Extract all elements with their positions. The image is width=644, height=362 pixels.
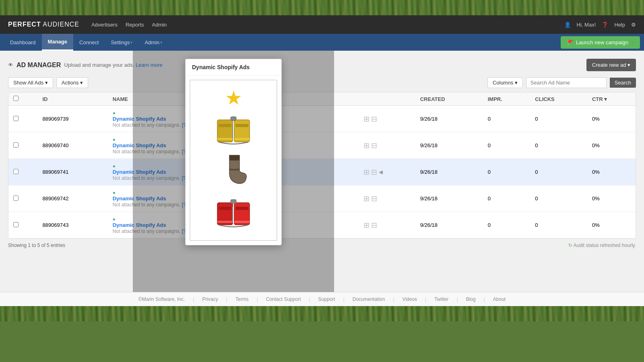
row-created-4: 9/26/18 <box>415 212 483 239</box>
th-clicks: CLICKS <box>530 93 587 106</box>
row-ctr-1: 0% <box>587 132 636 159</box>
preview-icon2-3: ⊟ <box>371 194 377 203</box>
popup-star-item: ★ <box>194 88 272 108</box>
search-input[interactable] <box>526 77 607 88</box>
footer-contact-support[interactable]: Contact Support <box>266 296 301 302</box>
row-preview-cell-1: ⊞ ⊟ <box>359 132 415 159</box>
showing-entries: Showing 1 to 5 of 5 entries <box>8 243 65 248</box>
row-id-4: 889069743 <box>37 212 107 239</box>
preview-icon-4: ⊞ <box>363 221 369 230</box>
row-preview-cell-4: ⊞ ⊟ <box>359 212 415 239</box>
footer-privacy[interactable]: Privacy <box>202 296 218 302</box>
row-checkbox-cell <box>8 212 37 239</box>
row-id-0: 889069739 <box>37 106 107 132</box>
nav-advertisers[interactable]: Advertisers <box>91 22 118 28</box>
row-impr-2: 0 <box>483 159 530 185</box>
user-greeting[interactable]: Hi, Max! <box>577 22 596 28</box>
row-status-icon: ● <box>113 137 116 142</box>
footer-support[interactable]: Support <box>318 296 335 302</box>
nav-admin[interactable]: Admin <box>152 22 167 28</box>
expand-arrow[interactable]: ◀ <box>379 169 383 175</box>
popup-yellow-bag-item <box>194 112 272 149</box>
svg-rect-13 <box>231 200 236 204</box>
row-checkbox-cell <box>8 159 37 185</box>
row-checkbox-2[interactable] <box>13 169 19 174</box>
search-button[interactable]: Search <box>610 78 636 88</box>
toolbar-left: Show All Ads ▾ Actions ▾ <box>8 77 88 88</box>
footer-terms[interactable]: Terms <box>235 296 249 302</box>
svg-rect-5 <box>231 117 236 121</box>
page-footer: ©Marin Software, Inc. | Privacy | Terms … <box>0 292 644 306</box>
row-created-1: 9/26/18 <box>415 132 483 159</box>
subnav-admin[interactable]: Admin ▾ <box>138 34 168 51</box>
row-status-icon: ● <box>113 190 116 195</box>
subnav-settings[interactable]: Settings ▾ <box>105 34 138 51</box>
row-preview-area-4: ⊞ ⊟ <box>363 221 411 230</box>
svg-rect-3 <box>235 124 248 127</box>
th-ctr: CTR ▾ <box>587 93 636 106</box>
row-checkbox-0[interactable] <box>13 116 19 121</box>
star-icon: ★ <box>225 87 242 109</box>
svg-rect-7 <box>234 138 250 140</box>
help-icon: ❓ <box>602 22 608 28</box>
preview-icon-1: ⊞ <box>363 141 369 150</box>
row-ctr-3: 0% <box>587 185 636 212</box>
refresh-icon: ↻ <box>568 243 572 248</box>
logo-bold: PERFECT <box>8 21 41 28</box>
top-nav: PERFECT AUDIENCE Advertisers Reports Adm… <box>0 15 644 34</box>
row-checkbox-1[interactable] <box>13 142 19 148</box>
logo-light: AUDIENCE <box>41 21 79 28</box>
yellow-bag-svg <box>211 112 256 148</box>
sub-nav-links: Dashboard Manage Connect Settings ▾ Admi… <box>4 34 561 51</box>
columns-button[interactable]: Columns ▾ <box>487 77 523 88</box>
footer-videos[interactable]: Videos <box>402 296 417 302</box>
dynamic-shopify-ads-popup: Dynamic Shopify Ads ★ <box>185 59 282 245</box>
th-id: ID <box>37 93 107 106</box>
subnav-manage[interactable]: Manage <box>42 34 73 51</box>
row-id-2: 889069741 <box>37 159 107 185</box>
row-impr-4: 0 <box>483 212 530 239</box>
footer-about[interactable]: About <box>493 296 506 302</box>
popup-overlay[interactable]: Dynamic Shopify Ads ★ <box>133 51 334 292</box>
create-new-ad-button[interactable]: Create new ad ▾ <box>586 59 636 71</box>
svg-rect-14 <box>217 221 233 223</box>
select-all-checkbox[interactable] <box>13 96 19 101</box>
preview-icon2-2: ⊟ <box>371 168 377 177</box>
subnav-connect[interactable]: Connect <box>73 34 105 51</box>
show-all-ads-button[interactable]: Show All Ads ▾ <box>8 77 53 88</box>
toolbar-right: Columns ▾ Search <box>487 77 636 88</box>
footer-documentation[interactable]: Documentation <box>353 296 385 302</box>
preview-icon-3: ⊞ <box>363 194 369 203</box>
row-id-3: 889069742 <box>37 185 107 212</box>
actions-button[interactable]: Actions ▾ <box>56 77 88 88</box>
row-checkbox-3[interactable] <box>13 195 19 201</box>
svg-rect-15 <box>234 221 250 223</box>
subnav-dashboard[interactable]: Dashboard <box>4 34 42 51</box>
row-preview-cell-2: ⊞ ⊟ ◀ <box>359 159 415 185</box>
help-link[interactable]: Help <box>614 22 625 28</box>
launch-campaign-button[interactable]: 🚩 Launch new campaign ▾ <box>561 36 640 49</box>
row-ctr-4: 0% <box>587 212 636 239</box>
th-checkbox <box>8 93 37 106</box>
row-clicks-1: 0 <box>530 132 587 159</box>
row-status-icon: ● <box>113 110 116 116</box>
th-preview <box>359 93 415 106</box>
row-clicks-3: 0 <box>530 185 587 212</box>
preview-icon2-1: ⊟ <box>371 141 377 150</box>
popup-sock-item <box>194 153 272 191</box>
row-ctr-0: 0% <box>587 106 636 132</box>
grass-top-decoration <box>0 0 644 15</box>
svg-rect-6 <box>217 138 233 140</box>
settings-icon[interactable]: ⚙ <box>631 22 636 28</box>
popup-header: Dynamic Shopify Ads <box>186 59 281 76</box>
footer-copyright: ©Marin Software, Inc. <box>138 296 185 302</box>
nav-reports[interactable]: Reports <box>126 22 144 28</box>
footer-twitter[interactable]: Twitter <box>434 296 448 302</box>
row-preview-area-2: ⊞ ⊟ ◀ <box>363 168 411 177</box>
footer-blog[interactable]: Blog <box>466 296 476 302</box>
preview-icon2-0: ⊟ <box>371 115 377 123</box>
row-checkbox-cell <box>8 132 37 159</box>
red-bag-svg <box>211 195 256 231</box>
row-checkbox-4[interactable] <box>13 222 19 227</box>
row-impr-3: 0 <box>483 185 530 212</box>
